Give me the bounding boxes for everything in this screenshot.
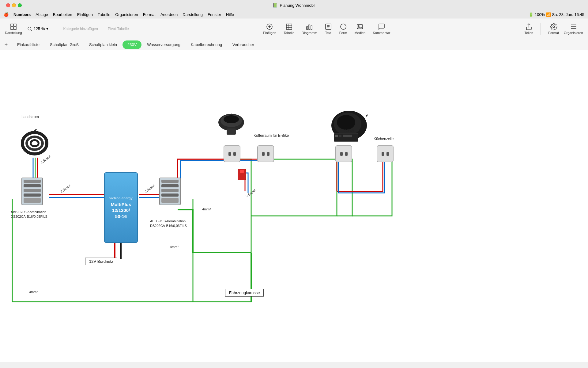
organisieren-button[interactable]: Organisieren (564, 23, 583, 35)
svg-line-5 (31, 30, 32, 31)
cooktop-controller (334, 133, 358, 142)
tabelle-label: Tabelle (284, 31, 294, 35)
tab-schaltplan-klein[interactable]: Schaltplan klein (84, 40, 122, 49)
traffic-lights (6, 3, 22, 7)
darstellung-icon (10, 23, 17, 30)
svg-rect-15 (309, 25, 310, 29)
zoom-value: 125 % (34, 26, 45, 31)
text-label: Text (325, 31, 331, 35)
multiplus-inverter: victron energy MultiPlus12/1200/50-16 (104, 172, 138, 243)
toolbar-center-group: Einfügen Tabelle Diagramm Text (129, 23, 525, 35)
menu-tabelle[interactable]: Tabelle (98, 12, 110, 17)
red-switch[interactable] (238, 169, 246, 180)
menubar: 🍎 Numbers Ablage Bearbeiten Einfügen Tab… (0, 11, 588, 18)
svg-point-35 (27, 137, 43, 150)
outlet-fan (224, 145, 240, 162)
menu-organisieren[interactable]: Organisieren (115, 12, 138, 17)
menu-anordnen[interactable]: Anordnen (160, 12, 178, 17)
einfuegen-label: Einfügen (263, 31, 276, 35)
svg-point-40 (224, 115, 239, 123)
power-cable-coil (21, 129, 48, 158)
format-button[interactable]: Format (548, 23, 559, 35)
maximize-button[interactable] (18, 3, 22, 7)
cable-label-4mm-3: 4mm² (29, 290, 38, 294)
medien-label: Medien (354, 31, 365, 35)
toolbar-divider-2 (541, 23, 541, 35)
kategorie-label: Kategorie hinzufügen (63, 27, 98, 31)
tab-einkaufsliste[interactable]: Einkaufsliste (12, 40, 44, 49)
apple-menu[interactable]: 🍎 (4, 12, 9, 17)
cable-label-4mm-1: 4mm² (202, 207, 211, 211)
bordnetz-box: 12V Bordnetz (85, 258, 117, 265)
abb-box-1 (21, 178, 43, 205)
multiplus-label: MultiPlus12/1200/50-16 (111, 201, 131, 220)
tab-schaltplan-gross[interactable]: Schaltplan Groß (45, 40, 84, 49)
menu-numbers[interactable]: Numbers (13, 12, 31, 17)
watt-label: 800W (345, 129, 354, 133)
svg-point-23 (358, 25, 359, 27)
kofferraum-label: Kofferraum für E-Bike (254, 133, 289, 138)
menu-einfuegen[interactable]: Einfügen (77, 12, 93, 17)
svg-point-25 (553, 26, 555, 28)
menu-ablage[interactable]: Ablage (36, 12, 48, 17)
cable-label-25-3: 2,5mm² (144, 184, 155, 193)
text-button[interactable]: Text (325, 23, 332, 35)
menu-format[interactable]: Format (143, 12, 156, 17)
menu-darstellung[interactable]: Darstellung (183, 12, 203, 17)
menu-hilfe[interactable]: Hilfe (226, 12, 234, 17)
zoom-dropdown-icon[interactable]: ▾ (46, 26, 48, 31)
close-button[interactable] (6, 3, 10, 7)
svg-rect-21 (341, 24, 346, 29)
teilen-button[interactable]: Teilen (524, 23, 533, 35)
titlebar: 📗 Planung Wohnmobil (0, 0, 588, 11)
outlet-hole-k2r (386, 152, 389, 156)
medien-icon (356, 23, 364, 30)
einfuegen-button[interactable]: Einfügen (263, 23, 276, 35)
toolbar-divider-1 (56, 23, 56, 35)
svg-point-45 (337, 115, 355, 130)
abb2-label: ABB FI/LS-KombinationDS202CA-B16/0,03FIL… (150, 219, 199, 228)
toolbar-left-group: Darstellung 125 % ▾ Kategorie hinzufügen… (5, 23, 129, 35)
tabelle-button[interactable]: Tabelle (284, 23, 294, 35)
landstrom-label: Landstrom (21, 115, 39, 119)
tabelle-icon (285, 23, 293, 30)
tab-230v[interactable]: 230V (123, 40, 141, 49)
menu-bearbeiten[interactable]: Bearbeiten (53, 12, 72, 17)
outlet-kueche-2 (377, 145, 394, 162)
kommentar-button[interactable]: Kommentar (373, 23, 390, 35)
wiring-diagram (0, 50, 588, 368)
outlet-hole-k2l (382, 152, 384, 156)
main-canvas[interactable]: Landstrom 2,5mm² ABB FI/LS-KombinationDS… (0, 50, 588, 368)
form-button[interactable]: Form (339, 23, 347, 35)
outlet-hole-left (228, 152, 231, 156)
system-time: 🔋 100% 📶 Sa. 28. Jan. 16:45 (529, 12, 584, 17)
darstellung-button[interactable]: Darstellung (5, 23, 22, 35)
svg-rect-3 (14, 27, 16, 29)
kommentar-label: Kommentar (373, 31, 390, 35)
diagramm-button[interactable]: Diagramm (302, 23, 317, 35)
abb1-label: ABB FI/LS-KombinationDS202CA-B16/0,03FIL… (11, 210, 60, 219)
format-icon (550, 23, 557, 30)
tab-wasserversorgung[interactable]: Wasserversorgung (142, 40, 185, 49)
svg-line-46 (366, 112, 368, 116)
window-controls (4, 3, 22, 7)
window-title: 📗 Planung Wohnmobil (273, 3, 315, 8)
organisieren-icon (570, 23, 577, 30)
tab-kabelberechnung[interactable]: Kabelberechnung (186, 40, 227, 49)
toolbar-right-group: Teilen Format Organisieren (524, 23, 583, 35)
cable-label-4mm-2: 4mm² (170, 245, 179, 249)
add-tab-button[interactable]: + (2, 41, 10, 48)
abb-box-2 (159, 178, 181, 205)
tab-verbraucher[interactable]: Verbraucher (228, 40, 259, 49)
cable-label-25-4: 2,5mm² (245, 188, 256, 198)
svg-rect-41 (227, 128, 236, 135)
zoom-control[interactable]: 125 % ▾ (27, 26, 48, 32)
menu-fenster[interactable]: Fenster (208, 12, 221, 17)
minimize-button[interactable] (12, 3, 16, 7)
svg-point-4 (28, 27, 31, 30)
zoom-icon (27, 26, 32, 32)
form-icon (340, 23, 347, 30)
medien-button[interactable]: Medien (354, 23, 365, 35)
toolbar: Darstellung 125 % ▾ Kategorie hinzufügen… (0, 18, 588, 39)
einfuegen-icon (266, 23, 273, 30)
